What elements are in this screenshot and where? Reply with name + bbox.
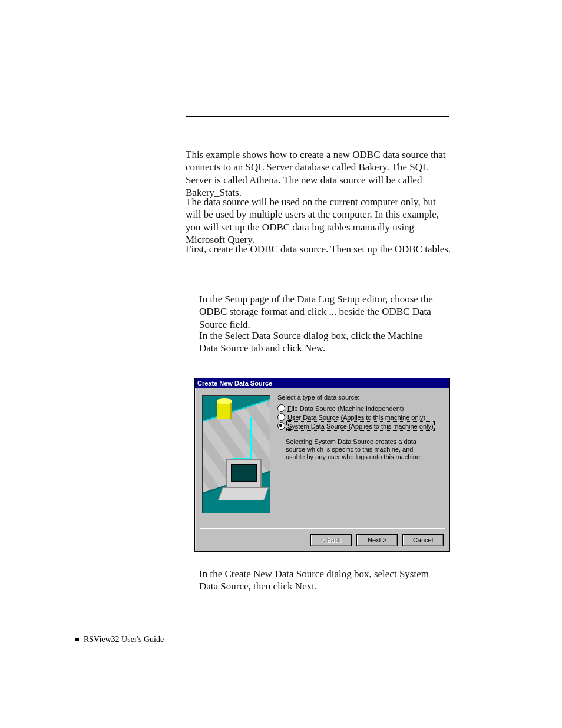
paragraph-2: The data source will be used on the curr… bbox=[186, 196, 454, 246]
selection-description: Selecting System Data Source creates a d… bbox=[286, 438, 433, 462]
dialog-prompt: Select a type of data source: bbox=[277, 394, 442, 401]
page-footer: RSView32 User's Guide bbox=[75, 635, 164, 644]
database-icon bbox=[217, 401, 232, 419]
radio-label: File Data Source (Machine independent) bbox=[287, 405, 404, 412]
radio-icon bbox=[277, 404, 285, 412]
back-button: < Back bbox=[310, 534, 352, 546]
step-3-text: In the Create New Data Source dialog box… bbox=[199, 568, 441, 593]
paragraph-3: First, create the ODBC data source. Then… bbox=[186, 243, 454, 255]
paragraph-1: This example shows how to create a new O… bbox=[186, 149, 454, 199]
radio-file-data-source[interactable]: File Data Source (Machine independent) bbox=[277, 404, 442, 412]
radio-user-data-source[interactable]: User Data Source (Applies to this machin… bbox=[277, 413, 442, 421]
computer-icon bbox=[226, 459, 262, 489]
radio-icon bbox=[277, 413, 285, 421]
create-new-data-source-dialog: Create New Data Source Select a type of … bbox=[194, 378, 450, 552]
cancel-button[interactable]: Cancel bbox=[402, 534, 444, 546]
step-1-text: In the Setup page of the Data Log Setup … bbox=[199, 293, 441, 331]
bullet-icon bbox=[75, 638, 79, 641]
radio-label: User Data Source (Applies to this machin… bbox=[287, 414, 425, 421]
radio-label: System Data Source (Applies to this mach… bbox=[287, 423, 434, 430]
next-button-hotkey: N bbox=[368, 536, 372, 543]
dialog-titlebar: Create New Data Source bbox=[195, 378, 449, 388]
step-2-text: In the Select Data Source dialog box, cl… bbox=[199, 330, 441, 355]
radio-system-data-source[interactable]: System Data Source (Applies to this mach… bbox=[277, 422, 442, 430]
dialog-separator bbox=[200, 528, 445, 529]
radio-icon bbox=[277, 422, 285, 430]
horizontal-rule bbox=[186, 116, 449, 117]
next-button-rest: ext > bbox=[372, 536, 386, 543]
dialog-illustration bbox=[202, 395, 270, 513]
footer-text: RSView32 User's Guide bbox=[84, 635, 164, 644]
next-button[interactable]: Next > bbox=[356, 534, 398, 546]
